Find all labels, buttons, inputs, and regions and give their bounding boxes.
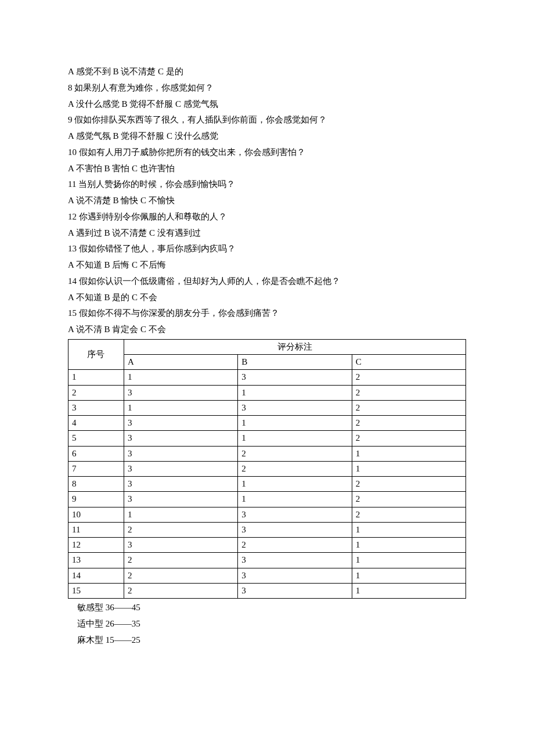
cell-c: 2 bbox=[352, 370, 466, 385]
header-col-c: C bbox=[352, 355, 466, 370]
cell-seq: 14 bbox=[68, 568, 124, 583]
cell-b: 3 bbox=[238, 553, 352, 568]
cell-a: 2 bbox=[124, 568, 237, 583]
cell-seq: 11 bbox=[68, 522, 124, 537]
cell-b: 2 bbox=[238, 461, 352, 476]
table-row: 11231 bbox=[68, 522, 466, 537]
cell-a: 3 bbox=[124, 385, 237, 400]
scoring-table: 序号 评分标注 A B C 1132 2312 3132 4312 5312 6… bbox=[68, 339, 466, 599]
question-text: 13 假如你错怪了他人，事后你感到内疚吗？ bbox=[68, 241, 466, 257]
cell-seq: 6 bbox=[68, 446, 124, 461]
cell-seq: 13 bbox=[68, 553, 124, 568]
cell-c: 1 bbox=[352, 522, 466, 537]
cell-seq: 2 bbox=[68, 385, 124, 400]
answer-line: A 不害怕 B 害怕 C 也许害怕 bbox=[68, 161, 466, 177]
table-row: 10132 bbox=[68, 507, 466, 522]
cell-b: 1 bbox=[238, 492, 352, 507]
answer-line: A 说不清楚 B 愉快 C 不愉快 bbox=[68, 193, 466, 209]
table-row: 2312 bbox=[68, 385, 466, 400]
header-col-b: B bbox=[238, 355, 352, 370]
cell-seq: 9 bbox=[68, 492, 124, 507]
table-row: 5312 bbox=[68, 431, 466, 446]
cell-b: 1 bbox=[238, 385, 352, 400]
table-row: 7321 bbox=[68, 461, 466, 476]
cell-a: 2 bbox=[124, 553, 237, 568]
question-text: 9 假如你排队买东西等了很久，有人插队到你前面，你会感觉如何？ bbox=[68, 112, 466, 128]
result-numb: 麻木型 15——25 bbox=[68, 632, 466, 649]
table-row: 1132 bbox=[68, 370, 466, 385]
cell-c: 2 bbox=[352, 431, 466, 446]
answer-line: A 说不清 B 肯定会 C 不会 bbox=[68, 322, 466, 338]
cell-seq: 5 bbox=[68, 431, 124, 446]
answer-line: A 感觉不到 B 说不清楚 C 是的 bbox=[68, 64, 466, 80]
cell-c: 2 bbox=[352, 385, 466, 400]
table-row: 9312 bbox=[68, 492, 466, 507]
cell-c: 2 bbox=[352, 400, 466, 415]
table-row: 4312 bbox=[68, 416, 466, 431]
cell-seq: 7 bbox=[68, 461, 124, 476]
cell-a: 3 bbox=[124, 492, 237, 507]
answer-line: A 没什么感觉 B 觉得不舒服 C 感觉气氛 bbox=[68, 96, 466, 113]
cell-a: 3 bbox=[124, 477, 237, 492]
cell-b: 3 bbox=[238, 568, 352, 583]
cell-a: 3 bbox=[124, 538, 237, 553]
cell-a: 1 bbox=[124, 507, 237, 522]
cell-a: 3 bbox=[124, 446, 237, 461]
table-row: 14231 bbox=[68, 568, 466, 583]
cell-c: 1 bbox=[352, 446, 466, 461]
cell-seq: 3 bbox=[68, 400, 124, 415]
cell-b: 1 bbox=[238, 431, 352, 446]
answer-line: A 不知道 B 后悔 C 不后悔 bbox=[68, 257, 466, 273]
cell-c: 1 bbox=[352, 583, 466, 598]
cell-b: 1 bbox=[238, 477, 352, 492]
question-text: 8 如果别人有意为难你，你感觉如何？ bbox=[68, 80, 466, 96]
question-text: 12 你遇到特别令你佩服的人和尊敬的人？ bbox=[68, 209, 466, 225]
cell-b: 3 bbox=[238, 370, 352, 385]
table-header-row: 序号 评分标注 bbox=[68, 339, 466, 354]
cell-b: 3 bbox=[238, 522, 352, 537]
cell-a: 3 bbox=[124, 431, 237, 446]
cell-seq: 12 bbox=[68, 538, 124, 553]
cell-b: 2 bbox=[238, 538, 352, 553]
cell-b: 3 bbox=[238, 507, 352, 522]
cell-b: 2 bbox=[238, 446, 352, 461]
document-page: A 感觉不到 B 说不清楚 C 是的 8 如果别人有意为难你，你感觉如何？ A … bbox=[0, 0, 534, 756]
result-sensitive: 敏感型 36——45 bbox=[68, 600, 466, 616]
cell-seq: 10 bbox=[68, 507, 124, 522]
answer-line: A 不知道 B 是的 C 不会 bbox=[68, 290, 466, 306]
header-sequence: 序号 bbox=[68, 339, 124, 370]
question-text: 14 假如你认识一个低级庸俗，但却好为人师的人，你是否会瞧不起他？ bbox=[68, 273, 466, 290]
cell-seq: 8 bbox=[68, 477, 124, 492]
cell-c: 2 bbox=[352, 416, 466, 431]
answer-line: A 感觉气氛 B 觉得不舒服 C 没什么感觉 bbox=[68, 128, 466, 145]
table-row: 8312 bbox=[68, 477, 466, 492]
cell-c: 2 bbox=[352, 507, 466, 522]
cell-seq: 15 bbox=[68, 583, 124, 598]
cell-c: 1 bbox=[352, 553, 466, 568]
header-scoring: 评分标注 bbox=[124, 339, 466, 354]
cell-c: 2 bbox=[352, 477, 466, 492]
cell-a: 3 bbox=[124, 461, 237, 476]
table-row: 6321 bbox=[68, 446, 466, 461]
question-text: 15 假如你不得不与你深爱的朋友分手，你会感到痛苦？ bbox=[68, 305, 466, 322]
cell-a: 1 bbox=[124, 370, 237, 385]
question-text: 10 假如有人用刀子威胁你把所有的钱交出来，你会感到害怕？ bbox=[68, 145, 466, 161]
cell-c: 1 bbox=[352, 461, 466, 476]
table-row: 15231 bbox=[68, 583, 466, 598]
cell-seq: 1 bbox=[68, 370, 124, 385]
cell-b: 3 bbox=[238, 583, 352, 598]
cell-b: 1 bbox=[238, 416, 352, 431]
cell-b: 3 bbox=[238, 400, 352, 415]
cell-c: 1 bbox=[352, 538, 466, 553]
table-row: 12321 bbox=[68, 538, 466, 553]
cell-a: 2 bbox=[124, 583, 237, 598]
cell-seq: 4 bbox=[68, 416, 124, 431]
results-section: 敏感型 36——45 适中型 26——35 麻木型 15——25 bbox=[68, 600, 466, 648]
question-text: 11 当别人赞扬你的时候，你会感到愉快吗？ bbox=[68, 177, 466, 193]
table-row: 13231 bbox=[68, 553, 466, 568]
cell-a: 1 bbox=[124, 400, 237, 415]
result-moderate: 适中型 26——35 bbox=[68, 616, 466, 632]
answer-line: A 遇到过 B 说不清楚 C 没有遇到过 bbox=[68, 225, 466, 242]
table-row: 3132 bbox=[68, 400, 466, 415]
cell-a: 2 bbox=[124, 522, 237, 537]
